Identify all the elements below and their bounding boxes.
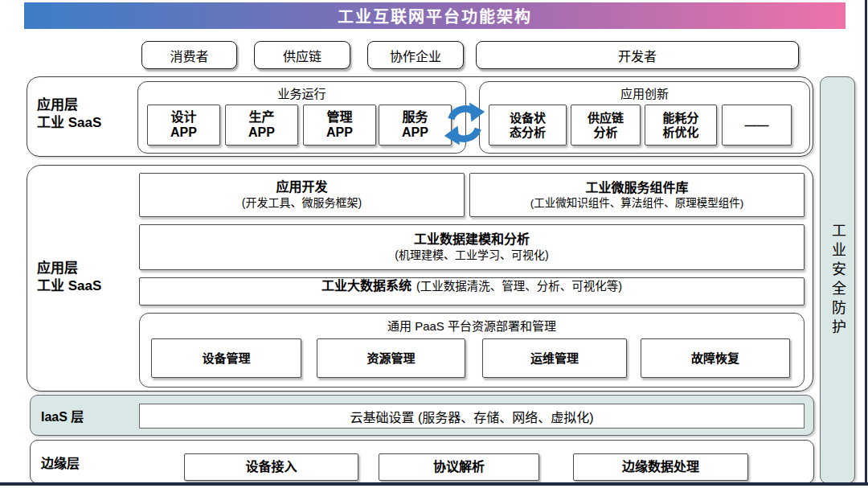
big-data-system-subtitle: (工业数据清洗、管理、分析、可视化等)	[416, 279, 622, 294]
platform-layer-label-line2: 工业 SaaS	[37, 277, 101, 295]
actor-box-partner-enterprise: 协作企业	[367, 41, 464, 69]
edge-box-protocol-parsing: 协议解析	[379, 453, 539, 481]
saas-layer-section: 应用层 工业 SaaS 业务运行 设计 APP 生产 APP 管理 APP 服务…	[27, 76, 813, 157]
paas-management-title: 通用 PaaS 平台资源部署和管理	[140, 317, 804, 334]
microservice-library-subtitle: (工业微知识组件、算法组件、原理模型组件)	[530, 196, 744, 211]
app-box-production-line1: 生产	[248, 110, 274, 125]
mgmt-box-operations-management: 运维管理	[482, 338, 627, 378]
app-box-production: 生产 APP	[225, 105, 298, 146]
innovation-box-supply-chain-analysis: 供应链 分析	[571, 105, 641, 146]
platform-layer-label: 应用层 工业 SaaS	[37, 260, 101, 296]
actor-label-consumer: 消费者	[170, 46, 208, 65]
cloud-infrastructure-label: 云基础设置 (服务器、存储、网络、虚拟化)	[350, 407, 593, 426]
big-data-system-title: 工业大数据系统	[321, 278, 411, 294]
platform-layer-label-line1: 应用层	[37, 260, 101, 277]
innovation-box-device-status: 设备状 态分析	[489, 105, 567, 146]
innovation-box-energy-optimization-line2: 析优化	[662, 125, 698, 140]
iaas-layer-row: IaaS 层 云基础设置 (服务器、存储、网络、虚拟化)	[30, 395, 814, 436]
saas-layer-label: 应用层 工业 SaaS	[37, 96, 101, 133]
app-box-management-line2: APP	[326, 125, 353, 141]
data-modeling-box: 工业数据建模和分析 (机理建模、工业学习、可视化)	[139, 224, 805, 270]
mgmt-box-operations-management-label: 运维管理	[530, 351, 579, 366]
sync-arrows-icon	[440, 99, 489, 149]
saas-layer-label-line1: 应用层	[37, 96, 101, 114]
edge-layer-label: 边缘层	[41, 441, 80, 483]
security-protection-bar: 工业安全防护	[820, 76, 855, 484]
mgmt-box-resource-management: 资源管理	[317, 338, 465, 378]
app-box-design: 设计 APP	[147, 105, 220, 146]
innovation-box-energy-optimization: 能耗分 析优化	[645, 105, 717, 146]
iaas-layer-label: IaaS 层	[41, 396, 84, 435]
business-operation-title: 业务运行	[138, 84, 465, 101]
big-data-system-box: 工业大数据系统 (工业数据清洗、管理、分析、可视化等)	[139, 277, 805, 306]
actor-box-developer: 开发者	[476, 41, 799, 69]
actor-box-supply-chain: 供应链	[254, 41, 350, 69]
right-border-bar	[865, 0, 867, 486]
architecture-diagram: 工业互联网平台功能架构 消费者 供应链 协作企业 开发者 应用层 工业 SaaS…	[0, 0, 868, 488]
innovation-box-device-status-line1: 设备状	[510, 111, 546, 125]
innovation-box-placeholder: ——	[722, 105, 792, 146]
mgmt-box-resource-management-label: 资源管理	[366, 351, 415, 366]
platform-layer-section: 应用层 工业 SaaS 应用开发 (开发工具、微服务框架) 工业微服务组件库 (…	[27, 165, 813, 392]
actor-label-partner-enterprise: 协作企业	[390, 46, 441, 65]
app-box-production-line2: APP	[248, 125, 275, 141]
app-box-design-line1: 设计	[170, 110, 196, 125]
app-box-service-line2: APP	[402, 125, 428, 141]
mgmt-box-device-management: 设备管理	[151, 338, 301, 378]
security-protection-label: 工业安全防护	[827, 223, 848, 338]
data-modeling-title: 工业数据建模和分析	[414, 232, 530, 248]
microservice-library-title: 工业微服务组件库	[585, 180, 688, 196]
saas-layer-label-line2: 工业 SaaS	[37, 114, 101, 132]
actor-box-consumer: 消费者	[141, 41, 237, 69]
actor-label-supply-chain: 供应链	[283, 46, 321, 65]
mgmt-box-fault-recovery: 故障恢复	[641, 338, 790, 378]
edge-layer-row: 边缘层 设备接入 协议解析 边缘数据处理	[30, 440, 814, 484]
app-box-management: 管理 APP	[303, 105, 376, 146]
microservice-library-box: 工业微服务组件库 (工业微知识组件、算法组件、原理模型组件)	[469, 173, 805, 217]
actor-label-developer: 开发者	[618, 46, 657, 65]
innovation-box-supply-chain-analysis-line2: 分析	[593, 125, 617, 140]
edge-box-edge-data-processing-label: 边缘数据处理	[622, 460, 699, 475]
data-modeling-subtitle: (机理建模、工业学习、可视化)	[395, 248, 548, 262]
paas-management-group: 通用 PaaS 平台资源部署和管理 设备管理 资源管理 运维管理 故障恢复	[139, 313, 805, 388]
innovation-box-energy-optimization-line1: 能耗分	[662, 111, 698, 125]
app-development-box: 应用开发 (开发工具、微服务框架)	[139, 173, 465, 217]
mgmt-box-device-management-label: 设备管理	[202, 351, 250, 366]
diagram-title: 工业互联网平台功能架构	[338, 4, 532, 27]
app-development-title: 应用开发	[276, 179, 327, 195]
app-box-service-line1: 服务	[402, 110, 428, 125]
app-development-subtitle: (开发工具、微服务框架)	[242, 195, 362, 210]
edge-box-device-access: 设备接入	[184, 453, 358, 481]
innovation-box-placeholder-label: ——	[745, 118, 769, 133]
app-box-design-line2: APP	[170, 125, 197, 141]
edge-box-edge-data-processing: 边缘数据处理	[573, 453, 748, 481]
innovation-box-supply-chain-analysis-line1: 供应链	[588, 111, 624, 125]
edge-box-protocol-parsing-label: 协议解析	[433, 460, 485, 475]
bottom-border-bar	[0, 482, 868, 486]
business-operation-group: 业务运行 设计 APP 生产 APP 管理 APP 服务 APP	[137, 81, 466, 154]
cloud-infrastructure-box: 云基础设置 (服务器、存储、网络、虚拟化)	[139, 404, 805, 429]
edge-box-device-access-label: 设备接入	[245, 460, 297, 475]
app-box-management-line1: 管理	[326, 110, 352, 125]
application-innovation-title: 应用创新	[480, 84, 809, 101]
diagram-title-banner: 工业互联网平台功能架构	[24, 2, 845, 29]
innovation-box-device-status-line2: 态分析	[510, 125, 546, 140]
application-innovation-group: 应用创新 设备状 态分析 供应链 分析 能耗分 析优化 ——	[479, 81, 810, 154]
mgmt-box-fault-recovery-label: 故障恢复	[691, 351, 739, 366]
